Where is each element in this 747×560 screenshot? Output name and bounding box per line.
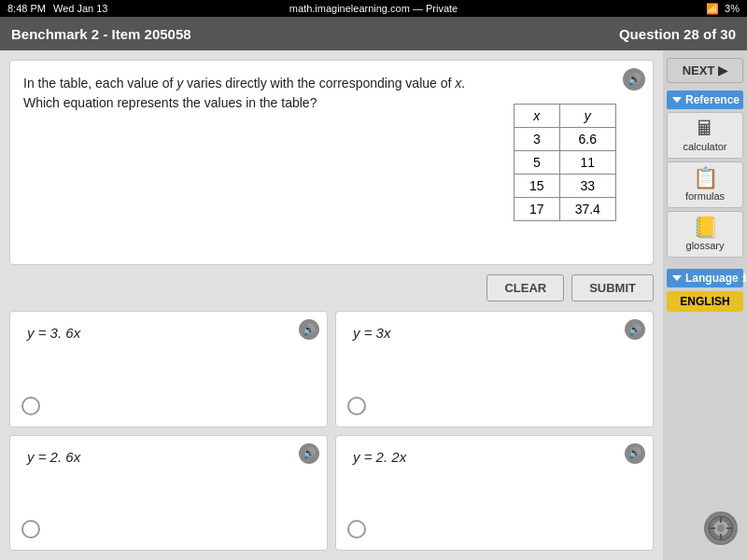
calculator-icon: 🖩 bbox=[695, 119, 715, 139]
table-row: 1533 bbox=[514, 175, 616, 198]
reference-triangle-icon bbox=[672, 97, 682, 103]
choice-a-radio[interactable] bbox=[21, 397, 40, 415]
answer-choices: y = 3. 6x 🔊 y = 3x 🔊 y = 2. 6x 🔊 bbox=[9, 311, 654, 551]
wifi-icon: 📶 bbox=[706, 3, 719, 15]
language-label: Language bbox=[685, 272, 739, 285]
table-row: 511 bbox=[514, 151, 616, 175]
status-bar: 8:48 PM Wed Jan 13 math.imaginelearning.… bbox=[0, 0, 747, 17]
question-audio-button[interactable]: 🔊 bbox=[623, 68, 645, 91]
glossary-icon: 📒 bbox=[693, 217, 718, 238]
formulas-icon: 📋 bbox=[693, 168, 718, 189]
sidebar: NEXT ▶ Reference 🖩 calculator 📋 formulas… bbox=[663, 50, 747, 560]
choice-d: y = 2. 2x 🔊 bbox=[335, 435, 654, 552]
choice-c-radio[interactable] bbox=[21, 520, 40, 539]
glossary-button[interactable]: 📒 glossary bbox=[667, 211, 743, 258]
clear-button[interactable]: CLEAR bbox=[486, 274, 564, 301]
submit-button[interactable]: SUBMIT bbox=[571, 274, 654, 301]
next-label: NEXT bbox=[683, 63, 715, 77]
navigation-joystick[interactable] bbox=[704, 511, 738, 545]
language-info-icon: ℹ bbox=[742, 273, 746, 285]
joystick-icon bbox=[704, 511, 738, 545]
q-text2: varies directly with the corresponding v… bbox=[183, 76, 455, 91]
choice-c: y = 2. 6x 🔊 bbox=[9, 435, 328, 552]
choice-c-audio-button[interactable]: 🔊 bbox=[299, 443, 319, 464]
choice-a: y = 3. 6x 🔊 bbox=[9, 311, 328, 427]
next-button[interactable]: NEXT ▶ bbox=[667, 58, 743, 83]
values-table: x y 36.6 511 1533 1737.4 bbox=[514, 104, 616, 221]
choice-b-text: y = 3x bbox=[353, 321, 390, 341]
q-text1: In the table, each value of bbox=[23, 76, 176, 91]
page-header: Benchmark 2 - Item 205058 Question 28 of… bbox=[0, 17, 747, 50]
question-number: Question 28 of 30 bbox=[619, 26, 736, 42]
time: 8:48 PM bbox=[7, 3, 46, 14]
choice-a-audio-button[interactable]: 🔊 bbox=[299, 319, 319, 340]
table-row: 1737.4 bbox=[514, 198, 616, 221]
glossary-label: glossary bbox=[686, 240, 725, 251]
main-content: In the table, each value of y varies dir… bbox=[0, 50, 747, 560]
question-text: In the table, each value of y varies dir… bbox=[23, 74, 481, 251]
choice-d-audio-button[interactable]: 🔊 bbox=[625, 443, 645, 464]
content-area: In the table, each value of y varies dir… bbox=[0, 50, 663, 560]
formulas-label: formulas bbox=[685, 190, 725, 202]
language-header[interactable]: Language ℹ bbox=[667, 269, 743, 287]
reference-header[interactable]: Reference bbox=[667, 91, 743, 109]
choice-a-text: y = 3. 6x bbox=[27, 321, 80, 341]
benchmark-title: Benchmark 2 - Item 205058 bbox=[11, 26, 191, 42]
choice-b-audio-button[interactable]: 🔊 bbox=[625, 319, 645, 340]
choice-d-radio[interactable] bbox=[347, 520, 366, 539]
next-arrow-icon: ▶ bbox=[718, 63, 727, 77]
date: Wed Jan 13 bbox=[53, 3, 108, 14]
question-area: In the table, each value of y varies dir… bbox=[9, 60, 654, 265]
choice-b-radio[interactable] bbox=[347, 397, 366, 415]
url: math.imaginelearning.com — Private bbox=[289, 3, 458, 14]
table-row: 36.6 bbox=[514, 128, 616, 151]
data-table-area: x y 36.6 511 1533 1737.4 bbox=[490, 74, 640, 251]
reference-panel: Reference 🖩 calculator 📋 formulas 📒 glos… bbox=[667, 91, 743, 258]
language-panel: Language ℹ ENGLISH bbox=[667, 269, 743, 312]
reference-label: Reference bbox=[685, 93, 740, 106]
action-buttons: CLEAR SUBMIT bbox=[9, 273, 654, 303]
col-y-header: y bbox=[559, 105, 615, 128]
battery: 3% bbox=[725, 3, 740, 14]
language-triangle-icon bbox=[672, 275, 682, 281]
col-x-header: x bbox=[514, 105, 560, 128]
language-english-button[interactable]: ENGLISH bbox=[667, 291, 743, 312]
formulas-button[interactable]: 📋 formulas bbox=[667, 161, 743, 208]
choice-c-text: y = 2. 6x bbox=[27, 445, 80, 465]
svg-point-2 bbox=[717, 525, 725, 532]
calculator-button[interactable]: 🖩 calculator bbox=[667, 112, 743, 159]
choice-b: y = 3x 🔊 bbox=[335, 311, 654, 427]
calculator-label: calculator bbox=[683, 141, 726, 152]
choice-d-text: y = 2. 2x bbox=[353, 445, 406, 465]
